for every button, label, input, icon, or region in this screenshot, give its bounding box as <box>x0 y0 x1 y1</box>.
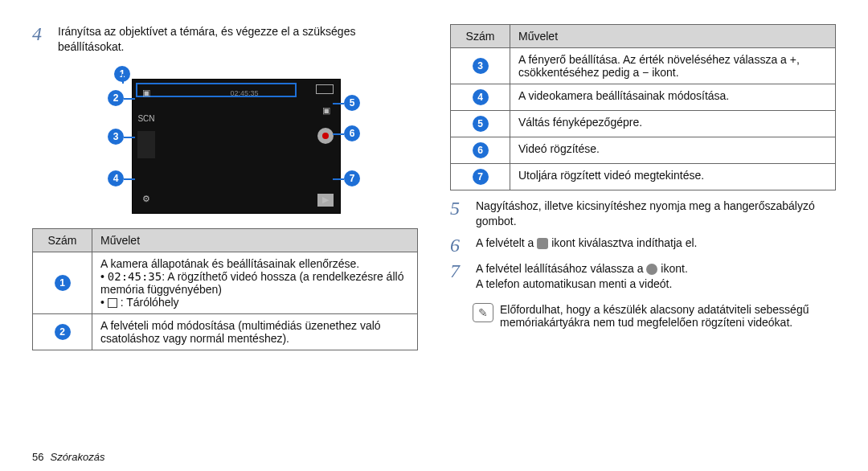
highlight-top-strip <box>136 83 297 97</box>
row-cell: A kamera állapotának és beállításainak e… <box>92 252 418 313</box>
step-number: 7 <box>450 261 468 292</box>
row-callout-5: 5 <box>473 116 489 132</box>
playback-icon: ▶ <box>317 194 334 207</box>
step-7: 7 A felvétel leállításához válassza a ik… <box>450 261 836 292</box>
cell-line: • 02:45:35: A rögzíthető videó hossza (a… <box>100 270 409 296</box>
table-row: 1 A kamera állapotának és beállításainak… <box>33 252 418 313</box>
step-4: 4 Irányítsa az objektívet a témára, és v… <box>32 24 418 55</box>
row-cell: Utoljára rögzített videó megtekintése. <box>510 164 836 190</box>
row-cell: A felvételi mód módosítása (multimédiás … <box>92 313 418 350</box>
settings-icon: ⚙ <box>139 192 154 207</box>
right-column: Szám Művelet 3 A fényerő beállítása. Az … <box>450 24 836 463</box>
step-5: 5 Nagyításhoz, illetve kicsinyítéshez ny… <box>450 199 836 229</box>
step-6: 6 A felvételt a ikont kiválasztva indíth… <box>450 236 836 255</box>
step-number: 5 <box>450 199 468 229</box>
note-text: Előfordulhat, hogy a készülék alacsony a… <box>500 303 836 329</box>
row-callout-3: 3 <box>473 58 489 74</box>
col-head-op: Művelet <box>92 228 418 252</box>
row-callout-6: 6 <box>473 142 489 158</box>
right-table: Szám Művelet 3 A fényerő beállítása. Az … <box>450 24 836 190</box>
camera-diagram: 02:45:35 ▣ SCN ⚙ ▣ ▶ 1 2 3 4 5 6 7 <box>84 66 357 219</box>
page-footer: 56 Szórakozás <box>32 451 418 463</box>
col-head-op: Művelet <box>510 25 836 48</box>
brightness-control-icon <box>137 131 155 158</box>
table-row: 4 A videokamera beállításainak módosítás… <box>451 84 836 111</box>
step-text: Irányítsa az objektívet a témára, és vég… <box>58 24 418 55</box>
row-callout-4: 4 <box>473 89 489 105</box>
col-head-num: Szám <box>451 25 510 48</box>
row-callout-1: 1 <box>55 275 71 291</box>
cell-line: A kamera állapotának és beállításainak e… <box>100 257 409 270</box>
row-cell: Váltás fényképezőgépre. <box>510 111 836 137</box>
time-counter: 02:45:35 <box>237 86 252 100</box>
callout-7: 7 <box>344 170 360 186</box>
table-row: 6 Videó rögzítése. <box>451 137 836 164</box>
screen-preview: 02:45:35 ▣ SCN ⚙ ▣ ▶ <box>132 79 341 214</box>
table-row: 5 Váltás fényképezőgépre. <box>451 111 836 137</box>
row-cell: A videokamera beállításainak módosítása. <box>510 84 836 111</box>
page-number: 56 <box>32 451 43 463</box>
step-text: A felvétel leállításához válassza a ikon… <box>476 261 836 292</box>
note-block: ✎ Előfordulhat, hogy a készülék alacsony… <box>473 303 836 329</box>
row-cell: Videó rögzítése. <box>510 137 836 164</box>
row-callout-2: 2 <box>55 324 71 340</box>
stop-inline-icon <box>646 264 657 275</box>
storage-icon <box>108 298 117 308</box>
table-row: 3 A fényerő beállítása. Az érték növelés… <box>451 48 836 84</box>
row-callout-7: 7 <box>473 169 489 185</box>
cell-line: • : Tárólóhely <box>100 296 409 309</box>
step-number: 6 <box>450 236 468 255</box>
callout-6: 6 <box>344 125 360 141</box>
section-name: Szórakozás <box>50 451 104 463</box>
step-text: A felvételt a ikont kiválasztva indíthat… <box>476 236 836 255</box>
callout-3: 3 <box>108 129 124 145</box>
record-inline-icon <box>537 238 548 249</box>
record-dot-icon <box>322 133 329 139</box>
note-icon: ✎ <box>473 303 493 322</box>
row-cell: A fényerő beállítása. Az érték növeléséh… <box>510 48 836 84</box>
battery-icon <box>316 84 334 94</box>
callout-4: 4 <box>108 170 124 186</box>
col-head-num: Szám <box>33 228 92 252</box>
table-row: 7 Utoljára rögzített videó megtekintése. <box>451 164 836 190</box>
callout-2: 2 <box>108 90 124 106</box>
callout-5: 5 <box>344 95 360 111</box>
scn-icon: SCN <box>139 112 154 126</box>
mode-icon: ▣ <box>139 86 154 100</box>
left-column: 4 Irányítsa az objektívet a témára, és v… <box>32 24 418 463</box>
left-table: Szám Művelet 1 A kamera állapotának és b… <box>32 228 418 350</box>
step-text: Nagyításhoz, illetve kicsinyítéshez nyom… <box>476 199 836 229</box>
step-number: 4 <box>32 24 50 55</box>
table-row: 2 A felvételi mód módosítása (multimédiá… <box>33 313 418 350</box>
switch-camera-icon: ▣ <box>319 104 334 118</box>
